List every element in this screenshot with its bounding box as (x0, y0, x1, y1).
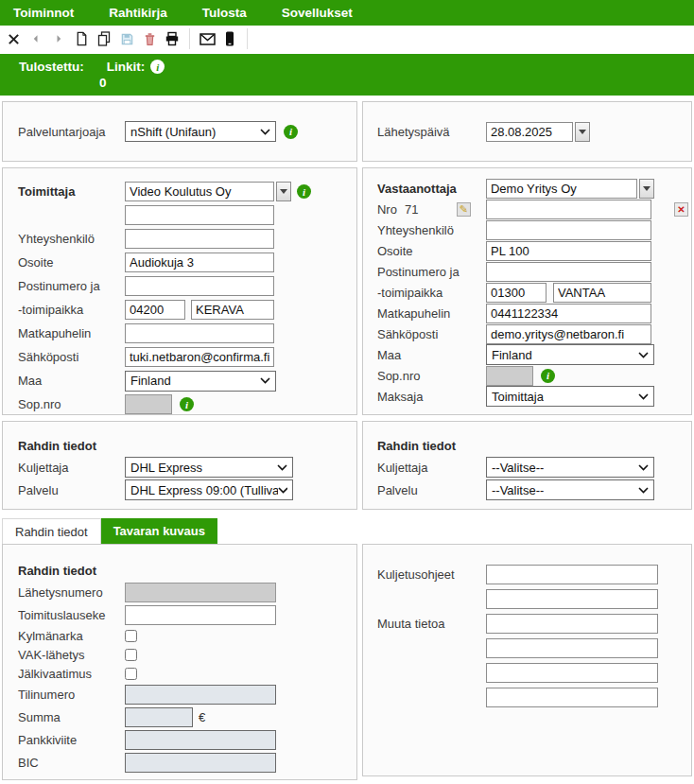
dropdown-button[interactable] (639, 179, 654, 199)
sender-country-label: Maa (18, 374, 125, 388)
sender-country-select[interactable]: Finland (125, 371, 276, 392)
cod-checkbox[interactable] (125, 668, 137, 680)
chevron-down-icon (638, 487, 649, 494)
receiver-nro-input[interactable] (486, 200, 651, 219)
sender-title: Toimittaja (18, 184, 125, 199)
receiver-country-label: Maa (377, 348, 486, 362)
receiver-postal-code-input[interactable] (486, 283, 547, 303)
receiver-service-select[interactable]: --Valitse-- (486, 479, 654, 500)
ship-date-label: Lähetyspäivä (377, 125, 486, 139)
receiver-city-input[interactable] (553, 283, 651, 303)
ship-date-panel: Lähetyspäivä (362, 101, 692, 162)
print-icon[interactable] (161, 27, 183, 50)
sender-contract-label: Sop.nro (18, 397, 125, 411)
save-icon[interactable] (115, 27, 138, 50)
shipment-no-input (125, 583, 276, 602)
notes-panel: Kuljetusohjeet Muuta tietoa (362, 544, 692, 776)
close-icon[interactable] (2, 27, 25, 50)
receiver-email-input[interactable] (486, 324, 651, 344)
sender-address-input[interactable] (125, 253, 274, 272)
sender-contact-input[interactable] (125, 229, 274, 249)
transport-instructions-input-2[interactable] (486, 589, 658, 609)
receiver-email-label: Sähköposti (377, 327, 486, 341)
bank-ref-label: Pankkiviite (18, 733, 125, 747)
receiver-title: Vastaanottaja (377, 182, 486, 196)
other-info-input-1[interactable] (486, 614, 658, 634)
toolbar-separator (189, 28, 190, 49)
info-icon[interactable] (297, 184, 311, 199)
receiver-contract-input (486, 366, 533, 386)
receiver-country-select[interactable]: Finland (486, 344, 654, 365)
receiver-mobile-input[interactable] (486, 304, 651, 323)
service-label: Palvelu (377, 483, 486, 497)
sender-mobile-label: Matkapuhelin (18, 326, 125, 340)
tab-tavaran-kuvaus[interactable]: Tavaran kuvaus (101, 518, 217, 544)
carrier-label: Kuljettaja (377, 461, 486, 475)
transport-instructions-label: Kuljetusohjeet (377, 567, 486, 582)
sender-postal-code-input[interactable] (125, 300, 185, 320)
forward-icon[interactable] (47, 27, 70, 50)
sender-mobile-input[interactable] (125, 323, 274, 343)
cold-sensitive-checkbox[interactable] (125, 630, 137, 642)
sender-city-input[interactable] (191, 300, 274, 320)
chevron-down-icon (638, 464, 649, 471)
delivery-term-input[interactable] (125, 605, 276, 625)
other-info-input-4[interactable] (486, 688, 658, 707)
links-label: Linkit: (107, 60, 146, 74)
sender-carrier-select[interactable]: DHL Express (125, 457, 293, 478)
dropdown-button[interactable] (575, 122, 590, 142)
menu-tulosta[interactable]: Tulosta (202, 6, 247, 20)
sender-postal-label: Postinumero ja -toimipaikka (18, 274, 125, 322)
receiver-contact-input[interactable] (486, 220, 651, 240)
receiver-payer-select[interactable]: Toimittaja (486, 386, 654, 407)
receiver-address-input[interactable] (486, 241, 651, 261)
sender-name2-input[interactable] (125, 205, 274, 225)
receiver-address2-input[interactable] (486, 262, 651, 282)
sender-name-input[interactable] (125, 182, 274, 201)
menu-toiminnot[interactable]: Toiminnot (13, 6, 74, 20)
bic-label: BIC (18, 756, 125, 770)
printed-label: Tulostettu: (19, 60, 84, 74)
bank-ref-input (125, 730, 276, 750)
freight-receiver-panel: Rahdin tiedot Kuljettaja --Valitse-- Pal… (362, 421, 692, 510)
sender-panel: Toimittaja Yhteyshenkilö Osoite Postinum… (2, 167, 357, 415)
other-info-input-3[interactable] (486, 663, 658, 683)
info-icon[interactable] (150, 60, 165, 74)
info-icon[interactable] (284, 125, 298, 139)
vak-shipment-label: VAK-lähetys (18, 648, 125, 662)
account-label: Tilinumero (18, 688, 125, 702)
menu-rahtikirja[interactable]: Rahtikirja (109, 6, 167, 20)
sender-address-label: Osoite (18, 255, 125, 270)
receiver-panel: Vastaanottaja Nro 71 Yhteyshenkilö Osoit… (362, 167, 692, 415)
transport-instructions-input-1[interactable] (486, 565, 658, 584)
email-icon[interactable] (196, 27, 218, 50)
receiver-mobile-label: Matkapuhelin (377, 306, 486, 321)
receiver-carrier-select[interactable]: --Valitse-- (486, 457, 654, 478)
menu-sovellukset[interactable]: Sovellukset (282, 6, 353, 20)
dropdown-button[interactable] (276, 182, 291, 201)
sender-address2-input[interactable] (125, 276, 274, 296)
edit-icon[interactable] (457, 202, 471, 217)
sender-service-select[interactable]: DHL Express 09:00 (Tullivapaa (125, 479, 293, 500)
chevron-down-icon (277, 464, 287, 471)
other-info-input-2[interactable] (486, 638, 658, 658)
delete-icon[interactable] (138, 27, 161, 50)
info-icon[interactable] (541, 369, 555, 383)
mobile-icon[interactable] (218, 27, 241, 50)
new-document-icon[interactable] (70, 27, 93, 50)
sender-contact-label: Yhteyshenkilö (18, 232, 125, 246)
sender-email-input[interactable] (125, 347, 274, 367)
receiver-nro-value: 71 (405, 202, 418, 217)
provider-select[interactable]: nShift (Unifaun) (125, 121, 276, 142)
copy-icon[interactable] (93, 27, 115, 50)
freight-details-panel: Rahdin tiedot Lähetysnumero Toimituslaus… (2, 544, 357, 780)
chevron-down-icon (278, 487, 287, 494)
clear-icon[interactable] (674, 202, 688, 217)
vak-shipment-checkbox[interactable] (125, 649, 137, 661)
menu-bar: Toiminnot Rahtikirja Tulosta Sovellukset (0, 0, 694, 26)
tab-rahdin-tiedot[interactable]: Rahdin tiedot (2, 518, 101, 544)
info-icon[interactable] (180, 397, 194, 411)
ship-date-input[interactable] (486, 122, 573, 142)
back-icon[interactable] (25, 27, 47, 50)
receiver-name-input[interactable] (486, 179, 637, 199)
